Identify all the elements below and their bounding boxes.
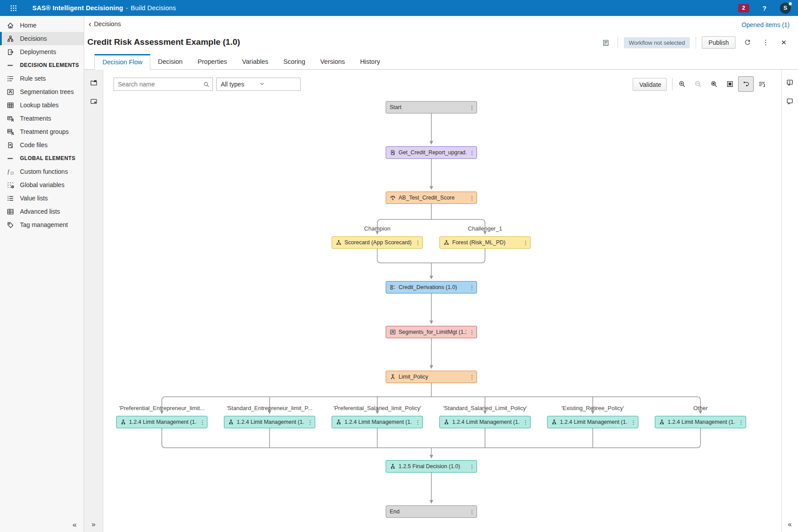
sidebar-item-treatments[interactable]: Treatments — [0, 112, 84, 125]
help-button[interactable]: ? — [760, 4, 769, 12]
tab-variables[interactable]: Variables — [235, 54, 276, 69]
node-limit_mgmt_6[interactable]: 1.2.4 Limit Management (1....⋮ — [655, 416, 746, 428]
node-final_decision[interactable]: 1.2.5 Final Decision (1.0)⋮ — [386, 460, 477, 473]
right-strip-collapse-button[interactable]: « — [782, 520, 798, 528]
node-scorecard[interactable]: Scorecard (App Scorecard)⋮ — [332, 236, 423, 249]
workflow-status-badge: Workflow not selected — [624, 37, 690, 48]
close-icon: ✕ — [781, 39, 787, 47]
node-menu-button[interactable]: ⋮ — [469, 463, 474, 470]
sidebar-item-global-variables[interactable]: Global variables — [0, 178, 84, 192]
avatar[interactable]: S — [780, 3, 791, 14]
sidebar-collapse-button[interactable]: « — [73, 520, 77, 529]
sync-button[interactable] — [741, 36, 754, 49]
close-button[interactable]: ✕ — [778, 36, 790, 49]
validation-messages-button[interactable] — [784, 76, 796, 89]
sidebar-item-label: Tag management — [20, 221, 68, 228]
sidebar-item-tag-management[interactable]: Tag management — [0, 218, 84, 231]
node-limit_mgmt_5[interactable]: 1.2.4 Limit Management (1....⋮ — [547, 416, 638, 428]
rule-sets-icon — [7, 75, 14, 82]
opened-items-link[interactable]: Opened items (1) — [742, 21, 790, 28]
node-label: 1.2.4 Limit Management (1.... — [129, 419, 197, 425]
node-menu-button[interactable]: ⋮ — [469, 284, 474, 291]
node-menu-button[interactable]: ⋮ — [469, 509, 474, 515]
node-credit_derivations[interactable]: Credit_Derivations (1.0)⋮ — [386, 281, 477, 293]
treatments-icon — [7, 115, 14, 122]
node-get_credit_report[interactable]: Get_Credit_Report_upgrad...⋮ — [386, 146, 477, 159]
comments-button[interactable] — [784, 95, 796, 107]
right-tool-strip: « — [781, 70, 798, 532]
validate-button[interactable]: Validate — [633, 78, 667, 91]
node-limit_policy[interactable]: Limit_Policy⋮ — [386, 371, 477, 383]
node-menu-button[interactable]: ⋮ — [630, 419, 636, 426]
edge-label: Champion — [364, 225, 390, 232]
type-filter-select[interactable]: All types — [216, 78, 301, 91]
left-strip-expand-button[interactable]: » — [84, 520, 103, 528]
breadcrumb-back[interactable]: ‹ Decisions — [89, 20, 121, 27]
layout-button[interactable] — [738, 76, 754, 92]
node-label: End — [390, 509, 466, 515]
sidebar-item-lookup-tables[interactable]: Lookup tables — [0, 98, 84, 112]
type-filter-value: All types — [221, 81, 259, 88]
zoom-in-button[interactable] — [674, 76, 690, 92]
sidebar-item-segmentation-trees[interactable]: Segmentation trees — [0, 85, 84, 98]
search-icon[interactable] — [200, 78, 212, 90]
sidebar-item-treatment-groups[interactable]: Treatment groups — [0, 125, 84, 138]
app-switcher-button[interactable] — [8, 2, 19, 14]
tab-decision[interactable]: Decision — [150, 54, 190, 69]
sidebar-item-value-lists[interactable]: Value lists — [0, 192, 84, 205]
sidebar-item-rule-sets[interactable]: Rule sets — [0, 72, 84, 85]
node-menu-button[interactable]: ⋮ — [738, 419, 743, 426]
divider — [696, 37, 696, 48]
zoom-out-button[interactable] — [690, 76, 706, 92]
node-limit_mgmt_4[interactable]: 1.2.4 Limit Management (1....⋮ — [439, 416, 531, 428]
node-menu-button[interactable]: ⋮ — [469, 149, 474, 156]
overview-button[interactable] — [722, 76, 738, 92]
sidebar-item-home[interactable]: Home — [0, 19, 84, 32]
zoom-fit-button[interactable] — [706, 76, 722, 92]
workflow-icon[interactable] — [599, 36, 612, 49]
node-menu-button[interactable]: ⋮ — [200, 419, 205, 426]
more-options-button[interactable]: ⋮ — [759, 36, 772, 49]
node-menu-button[interactable]: ⋮ — [415, 239, 420, 246]
node-menu-button[interactable]: ⋮ — [469, 195, 474, 201]
node-end[interactable]: End⋮ — [386, 505, 477, 518]
sidebar-item-label: Value lists — [20, 195, 48, 202]
node-limit_mgmt_1[interactable]: 1.2.4 Limit Management (1....⋮ — [116, 416, 207, 428]
notification-badge[interactable]: 2 — [738, 4, 749, 12]
sidebar-item-deployments[interactable]: Deployments — [0, 45, 84, 59]
sidebar-item-decisions[interactable]: Decisions — [0, 32, 84, 45]
node-limit_mgmt_2[interactable]: 1.2.4 Limit Management (1....⋮ — [224, 416, 315, 428]
decision-icon — [659, 419, 665, 425]
node-menu-button[interactable]: ⋮ — [523, 239, 528, 246]
sidebar-item-advanced-lists[interactable]: Advanced lists — [0, 205, 84, 218]
sidebar-item-code-files[interactable]: Code files — [0, 138, 84, 152]
divider — [672, 78, 673, 90]
tab-versions[interactable]: Versions — [313, 54, 353, 69]
node-menu-button[interactable]: ⋮ — [523, 419, 528, 426]
objects-panel-button[interactable] — [87, 76, 100, 89]
node-menu-button[interactable]: ⋮ — [307, 419, 313, 426]
search-input[interactable] — [114, 81, 200, 88]
tab-history[interactable]: History — [352, 54, 387, 69]
node-menu-button[interactable]: ⋮ — [469, 104, 474, 111]
auto-arrange-button[interactable] — [754, 76, 770, 92]
sidebar-item-label: Code files — [20, 141, 47, 149]
node-menu-button[interactable]: ⋮ — [469, 374, 474, 380]
tab-decision-flow[interactable]: Decision Flow — [94, 54, 150, 70]
sidebar-item-custom-functions[interactable]: f[ ]Custom functions — [0, 165, 84, 178]
auto-arrange-icon — [758, 80, 766, 88]
node-limit_mgmt_3[interactable]: 1.2.4 Limit Management (1....⋮ — [332, 416, 423, 428]
node-forest[interactable]: Forest (Risk_ML_PD)⋮ — [439, 236, 531, 249]
overview-panel-button[interactable] — [87, 95, 100, 107]
edge-label: 'Standard_Entrepreneur_limit_P... — [227, 405, 313, 411]
node-segments_for_limitmgt[interactable]: Segments_for_LimitMgt (1.1)⋮ — [386, 326, 477, 338]
tab-properties[interactable]: Properties — [190, 54, 235, 69]
sidebar-item-label: Deployments — [20, 48, 56, 55]
node-ab_test[interactable]: AB_Test_Credit_Score⋮ — [386, 192, 477, 204]
tab-scoring[interactable]: Scoring — [276, 54, 313, 69]
node-menu-button[interactable]: ⋮ — [415, 419, 420, 426]
publish-button[interactable]: Publish — [702, 36, 735, 49]
node-menu-button[interactable]: ⋮ — [469, 329, 474, 336]
node-start[interactable]: Start⋮ — [386, 101, 477, 113]
sidebar-item-label: Decisions — [20, 35, 47, 42]
